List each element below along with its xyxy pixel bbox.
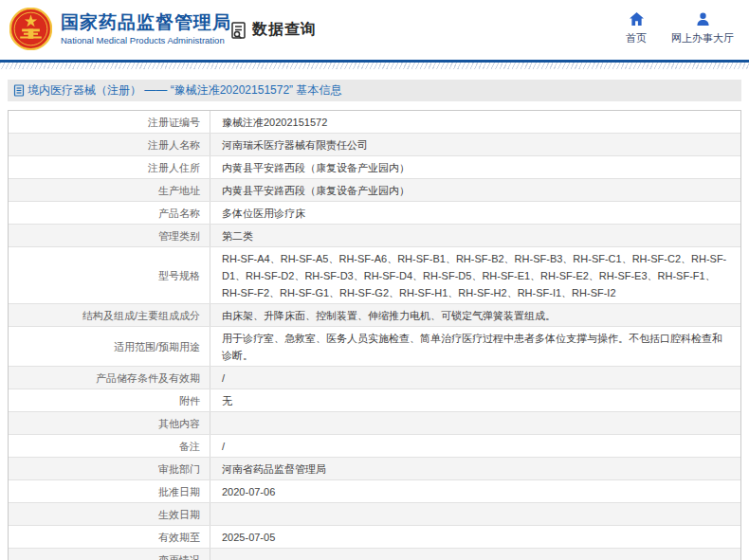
field-value: 用于诊疗室、急救室、医务人员实施检查、简单治疗医疗过程中患者多体位支撑与操作。不… <box>210 327 740 366</box>
registration-info-table: 注册证编号 豫械注准20202151572 注册人名称 河南瑞禾医疗器械有限责任… <box>8 110 741 560</box>
field-label: 管理类别 <box>9 225 210 246</box>
field-label: 型号规格 <box>9 247 210 303</box>
field-label: 产品储存条件及有效期 <box>9 367 210 388</box>
nav-item-home[interactable]: 首页 <box>626 12 647 45</box>
field-value: RH-SF-A4、RH-SF-A5、RH-SF-A6、RH-SF-B1、RH-S… <box>210 247 740 303</box>
header-brand[interactable]: 国家药品监督管理局 National Medical Products Admi… <box>9 8 231 50</box>
field-label: 生产地址 <box>9 179 210 201</box>
field-value: 无 <box>210 389 740 411</box>
field-value: 河南瑞禾医疗器械有限责任公司 <box>210 134 740 155</box>
table-row: 适用范围/预期用途 用于诊疗室、急救室、医务人员实施检查、简单治疗医疗过程中患者… <box>9 326 740 366</box>
nav-home-label: 首页 <box>626 31 647 45</box>
table-row: 产品储存条件及有效期 / <box>9 366 740 388</box>
field-value: 内黄县平安路西段（康复设备产业园内） <box>210 179 740 201</box>
field-value: 2020-07-06 <box>210 480 740 502</box>
breadcrumb: 境内医疗器械（注册） —— “豫械注准20202151572” 基本信息 <box>8 80 741 101</box>
national-emblem-icon <box>9 8 52 50</box>
data-query-label: 数据查询 <box>252 20 317 40</box>
field-value: / <box>210 435 740 457</box>
field-value <box>210 412 740 434</box>
table-row: 变更情况 <box>9 548 740 560</box>
field-label: 审批部门 <box>9 458 210 479</box>
table-row: 附件 无 <box>9 388 740 411</box>
org-name-en: National Medical Products Administration <box>61 34 231 46</box>
field-label: 适用范围/预期用途 <box>9 327 210 366</box>
table-row: 批准日期 2020-07-06 <box>9 479 740 502</box>
home-icon <box>630 12 644 26</box>
nav-service-hall-label: 网上办事大厅 <box>671 31 734 45</box>
table-row: 审批部门 河南省药品监督管理局 <box>9 457 740 479</box>
table-row: 其他内容 <box>9 411 740 434</box>
field-label: 附件 <box>9 389 210 411</box>
field-label: 注册人名称 <box>9 134 210 155</box>
header-hatch-strip <box>0 63 749 69</box>
org-name-cn: 国家药品监督管理局 <box>61 11 231 34</box>
table-row: 有效期至 2025-07-05 <box>9 525 740 548</box>
table-row: 备注 / <box>9 434 740 457</box>
table-row: 注册人住所 内黄县平安路西段（康复设备产业园内） <box>9 155 740 178</box>
table-row: 型号规格 RH-SF-A4、RH-SF-A5、RH-SF-A6、RH-SF-B1… <box>9 246 740 303</box>
field-label: 变更情况 <box>9 549 210 560</box>
field-label: 有效期至 <box>9 526 210 548</box>
table-row: 生产地址 内黄县平安路西段（康复设备产业园内） <box>9 178 740 201</box>
person-icon <box>696 12 710 26</box>
table-row: 产品名称 多体位医用诊疗床 <box>9 201 740 224</box>
field-label: 其他内容 <box>9 412 210 434</box>
data-query-icon <box>229 21 248 40</box>
breadcrumb-title: 境内医疗器械（注册） —— “豫械注准20202151572” 基本信息 <box>27 82 341 99</box>
field-value <box>210 549 740 560</box>
table-row: 管理类别 第二类 <box>9 224 740 246</box>
field-label: 产品名称 <box>9 202 210 224</box>
field-value: 内黄县平安路西段（康复设备产业园内） <box>210 156 740 178</box>
table-row: 结构及组成/主要组成成分 由床架、升降床面、控制装置、伸缩推力电机、可锁定气弹簧… <box>9 303 740 326</box>
table-row: 注册证编号 豫械注准20202151572 <box>9 111 740 133</box>
table-row: 注册人名称 河南瑞禾医疗器械有限责任公司 <box>9 133 740 155</box>
field-value: 多体位医用诊疗床 <box>210 202 740 224</box>
field-value: 河南省药品监督管理局 <box>210 458 740 479</box>
top-nav: 首页 网上办事大厅 <box>626 12 734 45</box>
page-header: 国家药品监督管理局 National Medical Products Admi… <box>0 0 749 60</box>
field-label: 批准日期 <box>9 480 210 502</box>
field-label: 备注 <box>9 435 210 457</box>
data-query-entry[interactable]: 数据查询 <box>229 20 317 40</box>
field-value <box>210 503 740 525</box>
field-label: 生效日期 <box>9 503 210 525</box>
field-label: 结构及组成/主要组成成分 <box>9 304 210 326</box>
field-label: 注册人住所 <box>9 156 210 178</box>
field-label: 注册证编号 <box>9 111 210 133</box>
nav-item-service-hall[interactable]: 网上办事大厅 <box>671 12 734 45</box>
document-icon <box>13 84 25 97</box>
field-value: / <box>210 367 740 388</box>
table-row: 生效日期 <box>9 502 740 525</box>
field-value: 2025-07-05 <box>210 526 740 548</box>
field-value: 豫械注准20202151572 <box>210 111 740 133</box>
field-value: 第二类 <box>210 225 740 246</box>
field-value: 由床架、升降床面、控制装置、伸缩推力电机、可锁定气弹簧装置组成。 <box>210 304 740 326</box>
